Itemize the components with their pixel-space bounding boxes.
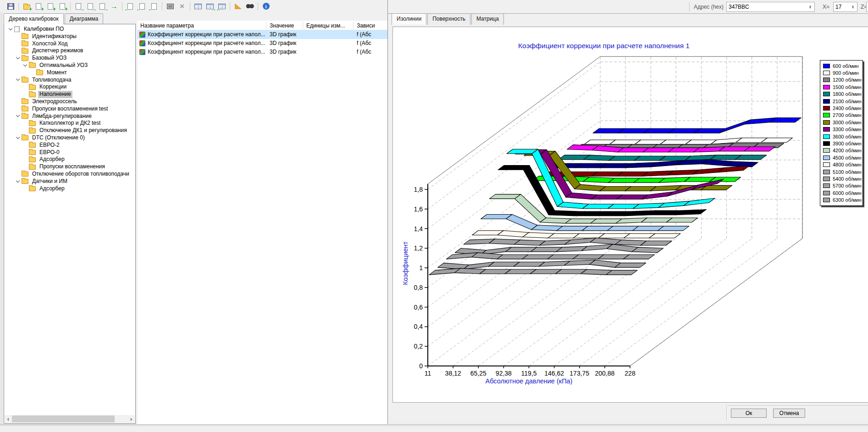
tree-item[interactable]: Холостой Ход [4,40,135,48]
tree-item-label[interactable]: Холостой Ход [31,40,69,48]
legend-item: 3900 об/мин [823,140,862,147]
tab-calibration-tree[interactable]: Дерево калибровок [4,13,64,24]
export-hex-icon[interactable]: → [85,1,96,11]
tab-diagram[interactable]: Диаграмма [65,13,103,24]
tree-item[interactable]: Пропуски воспламенения [4,163,135,171]
scrollbar-thumb[interactable] [12,415,115,422]
column-separator[interactable] [303,22,303,29]
tree-item[interactable]: Базовый УОЗ [4,55,135,62]
tree-item[interactable]: DTC (Отключение 0) [4,134,135,142]
tree-item[interactable]: Топливоподача [4,77,135,84]
column-header-units[interactable]: Единицы изм... [306,22,345,29]
tree-item-label[interactable]: Пропуски воспламенения [38,163,106,171]
z-input[interactable] [866,2,868,12]
tree-item[interactable]: Адсорбер [4,185,135,193]
tree-item[interactable]: Момент [4,69,135,77]
export-bin-icon[interactable]: → [73,1,84,11]
tree-item-label[interactable]: Момент [45,69,68,77]
table-icon[interactable] [193,1,204,11]
tree-item[interactable]: Отключение оборотов топливоподачи [4,171,135,178]
table-row[interactable]: Коэффициент коррекции при расчете напол.… [138,48,388,56]
table-row[interactable]: Коэффициент коррекции при расчете напол.… [138,39,388,48]
column-header-value[interactable]: Значение [270,22,294,29]
tree-item[interactable]: ЕВРО-0 [4,149,135,156]
tree-item-label[interactable]: Калибровки ПО [22,26,65,33]
x-spinner[interactable]: ▴▾ [849,2,857,11]
tree-item[interactable]: ЕВРО-2 [4,142,135,149]
table-row[interactable]: Коэффициент коррекции при расчете напол.… [138,30,388,39]
tree-item-label[interactable]: DTC (Отключение 0) [31,134,86,142]
tree-item[interactable]: Диспетчер режимов [4,47,135,55]
column-header-dependency[interactable]: Зависи [357,22,375,29]
tab-surface[interactable]: Поверхность [427,13,470,25]
tree-item-label[interactable]: Датчики и ИМ [31,178,69,185]
add-map-3d-icon[interactable]: + [57,1,68,11]
chip-icon[interactable] [165,1,176,11]
tree-item[interactable]: Датчики и ИМ [4,178,135,185]
legend-label: 900 об/мин [833,70,859,76]
import-bin-icon[interactable]: ← [125,1,136,11]
table-import-icon[interactable]: ← [216,1,227,11]
tree-item[interactable]: Коррекции [4,83,135,91]
folder-icon [36,70,43,75]
tree-item-label[interactable]: Отключение ДК1 и регулирования [38,127,128,134]
scrollbar-right-arrow[interactable]: › [127,415,135,423]
tree-item[interactable]: Лямбда-регулирование [4,113,135,120]
tree-item[interactable]: Катколлектор и ДК2 test [4,120,135,127]
import-hex-icon[interactable]: ← [137,1,148,11]
export-run-icon[interactable]: → [109,1,120,11]
tree-item-label[interactable]: Катколлектор и ДК2 test [38,120,102,127]
tree-item[interactable]: Идентификаторы [4,33,135,40]
tree-item[interactable]: Электродроссель [4,98,135,105]
tree-item-label[interactable]: Идентификаторы [31,33,78,40]
measure-icon[interactable] [232,1,243,11]
tree-item-label[interactable]: Топливоподача [31,77,72,84]
column-header-name[interactable]: Название параметра [140,22,194,29]
folder-icon [22,114,28,119]
column-separator[interactable] [353,22,354,29]
tree-item-label[interactable]: Диспетчер режимов [31,47,84,55]
add-folder-icon[interactable]: + [21,1,32,11]
3d-map-icon [139,32,145,38]
save-icon[interactable] [5,1,16,11]
add-map-2d-icon[interactable]: + [45,1,56,11]
tree-item-label[interactable]: ЕВРО-0 [38,149,61,156]
add-map-1d-icon[interactable]: + [33,1,44,11]
tree-item[interactable]: Пропуски воспламенения test [4,105,135,113]
ok-button[interactable]: Ок [731,409,767,418]
tree-item[interactable]: Отключение ДК1 и регулирования [4,127,135,134]
tree-item-label[interactable]: Адсорбер [38,185,66,193]
legend-swatch [823,106,830,111]
info-icon[interactable]: i [260,1,271,11]
tree-item-label[interactable]: Лямбда-регулирование [31,113,93,120]
tree-item-label[interactable]: Пропуски воспламенения test [31,105,109,113]
tab-matrix[interactable]: Матрица [471,13,504,25]
export-dat-icon[interactable]: → [97,1,108,11]
chip-disabled-icon[interactable]: × [177,1,188,11]
tree-item-label[interactable]: Электродроссель [31,98,78,105]
legend-label: 5400 об/мин [833,176,862,182]
tree-item-label[interactable]: Коррекции [38,83,68,91]
tree-horizontal-scrollbar[interactable]: ‹ › [5,415,135,423]
tree-item-label[interactable]: Адсорбер [38,156,66,163]
tree-item-label[interactable]: Наполнение [38,91,72,98]
tree-item-label[interactable]: Отключение оборотов топливоподачи [31,171,131,178]
tree-item-label[interactable]: Базовый УОЗ [31,55,68,62]
tree-item-label[interactable]: Оптимальный УОЗ [38,62,89,69]
column-separator[interactable] [266,22,266,29]
scrollbar-left-arrow[interactable]: ‹ [5,415,12,423]
tree-item[interactable]: Адсорбер [4,156,135,163]
tree-item-label[interactable]: ЕВРО-2 [38,142,61,149]
address-input[interactable] [726,2,815,12]
import-dat-icon[interactable]: ← [149,1,160,11]
search-icon[interactable] [244,1,255,11]
svg-text:1,2: 1,2 [414,244,423,252]
tree-item[interactable]: Наполнение [4,91,135,98]
tab-isolines[interactable]: Изолинии [392,13,426,25]
address-spinner[interactable]: ▴▾ [807,2,814,11]
tree-item[interactable]: Оптимальный УОЗ [4,62,135,69]
3d-chart-svg: 00,20,40,60,811,21,41,61,81138,1265,2592… [393,27,868,403]
table-export-icon[interactable]: → [205,1,216,11]
cancel-button[interactable]: Отмена [773,409,805,418]
tree-item[interactable]: Калибровки ПО [4,26,135,33]
